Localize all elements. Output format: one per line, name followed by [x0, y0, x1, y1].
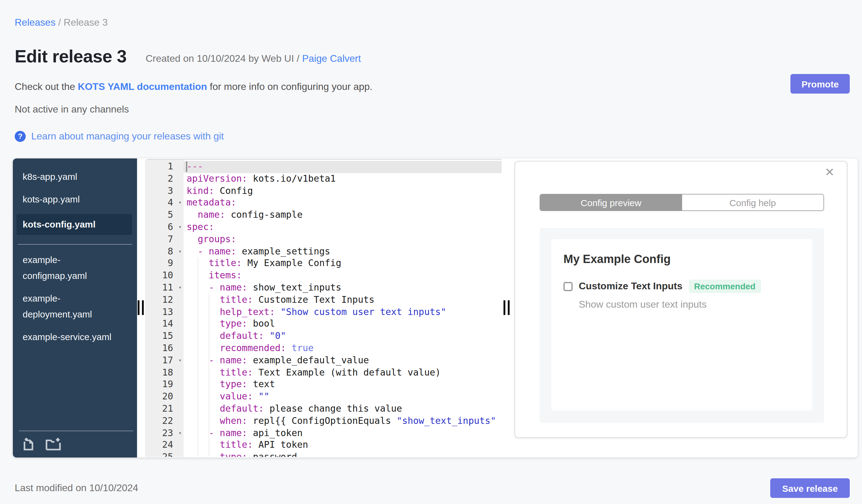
code-line: apiVersion: kots.io/v1beta1 — [186, 173, 502, 185]
tab-config-help[interactable]: Config help — [682, 195, 823, 210]
code-line: spec: — [186, 222, 502, 234]
sidebar-footer — [13, 430, 137, 457]
line-number: 25 — [145, 451, 184, 457]
config-item-label: Customize Text Inputs — [579, 281, 682, 292]
code-line: items: — [186, 270, 502, 282]
code-line: - name: example_default_value — [186, 355, 502, 367]
fold-arrow-icon[interactable]: ▾ — [178, 222, 182, 234]
code-line: type: password — [186, 451, 502, 457]
line-number: 11▾ — [145, 282, 184, 294]
fold-arrow-icon[interactable]: ▾ — [178, 427, 182, 439]
file-sidebar: k8s-app.yamlkots-app.yamlkots-config.yam… — [13, 158, 137, 457]
breadcrumb: Releases / Release 3 — [15, 17, 108, 28]
line-number: 17▾ — [145, 355, 184, 367]
fold-arrow-icon[interactable]: ▾ — [178, 246, 182, 258]
channel-status: Not active in any channels — [15, 104, 129, 115]
git-help-link[interactable]: Learn about managing your releases with … — [31, 131, 224, 142]
config-tab-group: Config previewConfig help — [539, 194, 824, 211]
git-help-row: ? Learn about managing your releases wit… — [15, 131, 224, 142]
line-number: 12 — [145, 294, 184, 306]
config-preview-panel: ✕ Config previewConfig help My Example C… — [514, 161, 847, 438]
code-line: recommended: true — [186, 343, 502, 355]
code-line: value: "" — [186, 391, 502, 403]
config-group-title: My Example Config — [563, 253, 671, 266]
sidebar-file[interactable]: k8s-app.yaml — [13, 169, 137, 185]
line-number: 16 — [145, 343, 184, 355]
config-preview-area: My Example Config Customize Text Inputs … — [539, 228, 824, 423]
line-number: 1 — [145, 161, 184, 173]
code-line: default: please change this value — [186, 403, 502, 415]
code-line: default: "0" — [186, 330, 502, 343]
line-number: 22 — [145, 415, 184, 427]
code-line: title: API token — [186, 439, 502, 452]
doc-note-pre: Check out the — [15, 81, 78, 92]
code-line: title: My Example Config — [186, 258, 502, 270]
close-icon[interactable]: ✕ — [825, 166, 835, 179]
line-number: 7 — [145, 234, 184, 246]
sidebar-file[interactable]: example-deployment.yaml — [13, 291, 137, 322]
line-number: 8▾ — [145, 246, 184, 258]
save-release-button[interactable]: Save release — [770, 478, 850, 498]
new-file-icon[interactable] — [22, 437, 36, 451]
code-line: - name: example_settings — [186, 246, 502, 258]
new-folder-icon[interactable] — [45, 437, 61, 451]
line-number: 23▾ — [145, 427, 184, 439]
text-cursor — [186, 161, 187, 172]
line-number: 5 — [145, 209, 184, 222]
line-number: 2 — [145, 173, 184, 185]
sidebar-file[interactable]: kots-app.yaml — [13, 191, 137, 207]
code-line: groups: — [186, 234, 502, 246]
help-icon: ? — [15, 131, 26, 142]
config-item-row: Customize Text Inputs Recommended — [563, 279, 761, 293]
line-number: 10 — [145, 270, 184, 282]
line-number: 6▾ — [145, 222, 184, 234]
sidebar-actions — [22, 437, 61, 451]
yaml-code-editor[interactable]: 1234▾56▾78▾91011▾121314151617▾1819202122… — [145, 159, 502, 457]
sidebar-editor-resize-handle[interactable] — [138, 300, 145, 315]
sidebar-file-list: k8s-app.yamlkots-app.yamlkots-config.yam… — [13, 158, 137, 345]
recommended-badge: Recommended — [689, 279, 761, 293]
line-number: 20 — [145, 391, 184, 403]
config-card: My Example Config Customize Text Inputs … — [551, 239, 812, 410]
breadcrumb-separator: / — [55, 17, 64, 27]
editor-panel-resize-handle[interactable] — [504, 300, 511, 315]
kots-yaml-doc-link[interactable]: KOTS YAML documentation — [78, 81, 207, 92]
line-number: 14 — [145, 318, 184, 331]
last-modified-text: Last modified on 10/10/2024 — [15, 482, 138, 494]
created-author-link[interactable]: Paige Calvert — [302, 53, 361, 64]
code-line: --- — [186, 161, 502, 173]
code-line: - name: api_token — [186, 427, 502, 439]
fold-arrow-icon[interactable]: ▾ — [178, 282, 182, 294]
code-line: help_text: "Show custom user text inputs… — [186, 306, 502, 318]
page-title: Edit release 3 — [15, 47, 127, 67]
created-line: Created on 10/10/2024 by Web UI / Paige … — [146, 53, 361, 64]
code-line: title: Customize Text Inputs — [186, 294, 502, 306]
sidebar-file[interactable]: kots-config.yaml — [16, 214, 132, 235]
breadcrumb-releases-link[interactable]: Releases — [15, 17, 55, 27]
release-editor-page: Releases / Release 3 Edit release 3 Crea… — [0, 0, 862, 504]
code-line: title: Text Example (with default value) — [186, 367, 502, 379]
sidebar-footer-divider — [19, 430, 133, 431]
fold-arrow-icon[interactable]: ▾ — [178, 197, 182, 210]
line-number: 9 — [145, 258, 184, 270]
doc-note-post: for more info on configuring your app. — [207, 81, 373, 92]
code-line: type: text — [186, 379, 502, 391]
line-number: 19 — [145, 379, 184, 391]
line-number: 13 — [145, 306, 184, 318]
editor-line-numbers: 1234▾56▾78▾91011▾121314151617▾1819202122… — [145, 160, 184, 457]
editor-code-area[interactable]: ---apiVersion: kots.io/v1beta1kind: Conf… — [186, 161, 502, 457]
line-number: 24 — [145, 439, 184, 452]
promote-button[interactable]: Promote — [791, 74, 850, 94]
code-line: kind: Config — [186, 185, 502, 197]
sidebar-file[interactable]: example-configmap.yaml — [13, 252, 137, 284]
fold-arrow-icon[interactable]: ▾ — [178, 355, 182, 367]
created-text: Created on 10/10/2024 by Web UI / — [146, 53, 302, 64]
tab-config-preview[interactable]: Config preview — [540, 195, 682, 210]
editor-gutter: 1234▾56▾78▾91011▾121314151617▾1819202122… — [145, 160, 184, 457]
code-line: metadata: — [186, 197, 502, 210]
code-line: when: repl{{ ConfigOptionEquals "show_te… — [186, 415, 502, 427]
code-line: type: bool — [186, 318, 502, 331]
code-line: - name: show_text_inputs — [186, 282, 502, 294]
config-item-checkbox[interactable] — [563, 282, 573, 291]
sidebar-file[interactable]: example-service.yaml — [13, 329, 137, 345]
